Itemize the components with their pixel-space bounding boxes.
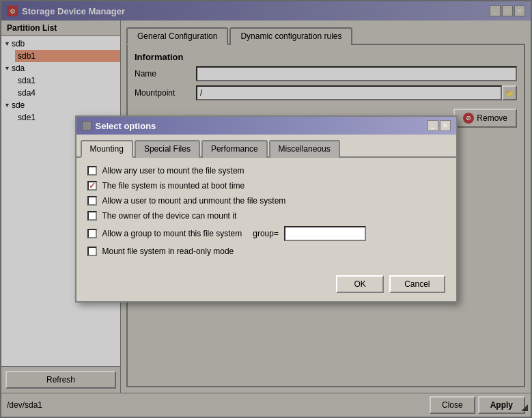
dialog-title-bar: Select options _ ✕ <box>76 117 456 135</box>
option-row-6: Mount file system in read-only mode <box>87 247 445 256</box>
checkbox-opt2[interactable]: ✓ <box>87 181 97 191</box>
dialog-icon <box>82 121 92 130</box>
group-input[interactable] <box>284 226 366 241</box>
dialog-minimize-button[interactable]: _ <box>428 120 438 131</box>
dialog-title: Select options <box>96 121 156 131</box>
option-label-1: Allow any user to mount the file system <box>102 166 244 176</box>
dialog-content: Allow any user to mount the file system … <box>76 158 456 270</box>
option-row-3: Allow a user to mount and unmount the fi… <box>87 196 445 206</box>
option-row-1: Allow any user to mount the file system <box>87 166 445 176</box>
checkbox-opt5[interactable] <box>87 229 97 238</box>
dialog-tab-mounting[interactable]: Mounting <box>81 140 133 158</box>
option-row-5: Allow a group to mount this file system … <box>87 226 445 241</box>
option-label-3: Allow a user to mount and unmount the fi… <box>102 196 286 206</box>
dialog-close-button[interactable]: ✕ <box>440 120 451 131</box>
select-options-dialog: Select options _ ✕ Mounting Special File… <box>75 115 458 303</box>
dialog-footer: OK Cancel <box>76 270 456 301</box>
option-row-2: ✓ The file system is mounted at boot tim… <box>87 181 445 191</box>
cancel-button[interactable]: Cancel <box>389 275 445 293</box>
modal-overlay: Select options _ ✕ Mounting Special File… <box>0 0 532 418</box>
checkbox-opt6[interactable] <box>87 247 97 256</box>
checkbox-opt1[interactable] <box>87 166 97 176</box>
dialog-tab-performance[interactable]: Performance <box>201 140 268 158</box>
option-label-5: Allow a group to mount this file system <box>102 229 242 238</box>
dialog-tab-special-files[interactable]: Special Files <box>135 140 200 158</box>
group-label: group= <box>253 229 279 238</box>
checkbox-opt4[interactable] <box>87 211 97 221</box>
dialog-tab-bar: Mounting Special Files Performance Misce… <box>76 135 456 158</box>
dialog-title-buttons: _ ✕ <box>428 120 451 131</box>
option-label-2: The file system is mounted at boot time <box>102 181 245 191</box>
checkbox-opt3[interactable] <box>87 196 97 206</box>
option-label-4: The owner of the device can mount it <box>102 211 237 221</box>
dialog-tab-miscellaneous[interactable]: Miscellaneous <box>269 140 340 158</box>
option-label-6: Mount file system in read-only mode <box>102 247 234 256</box>
checkmark-opt2: ✓ <box>89 181 96 191</box>
dialog-body: Mounting Special Files Performance Misce… <box>76 135 456 301</box>
option-row-4: The owner of the device can mount it <box>87 211 445 221</box>
ok-button[interactable]: OK <box>336 275 384 293</box>
